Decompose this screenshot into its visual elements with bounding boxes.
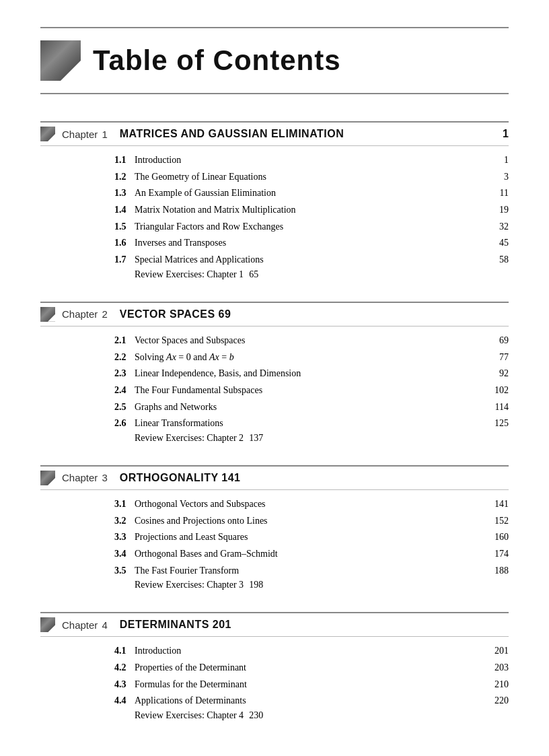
chapter-3-review-page: 198 — [249, 580, 263, 590]
chapter-1-number: 1 — [102, 129, 107, 140]
chapter-4-icon — [40, 617, 55, 632]
section-page-4-2: 203 — [495, 660, 509, 675]
section-title-1-4: Matrix Notation and Matrix Multiplicatio… — [135, 203, 494, 217]
section-row-1-5: 1.5Triangular Factors and Row Exchanges3… — [114, 219, 509, 234]
section-row-1-3: 1.3An Example of Gaussian Elimination11 — [114, 186, 509, 201]
section-num-1-5: 1.5 — [114, 219, 135, 234]
section-row-4-4: 4.4Applications of Determinants220 — [114, 693, 509, 708]
section-page-4-4: 220 — [495, 693, 509, 708]
section-title-2-2: Solving Ax = 0 and Ax = b — [135, 350, 494, 365]
section-row-2-3: 2.3Linear Independence, Basis, and Dimen… — [114, 366, 509, 381]
chapter-1-review-title: Review Exercises: Chapter 1 — [135, 269, 244, 280]
section-num-4-3: 4.3 — [114, 677, 135, 692]
section-page-1-1: 1 — [504, 153, 509, 168]
page-title: Table of Contents — [93, 44, 341, 77]
chapter-2-review-title: Review Exercises: Chapter 2 — [135, 433, 244, 444]
chapter-4-review-title: Review Exercises: Chapter 4 — [135, 710, 244, 721]
chapter-3-review-title: Review Exercises: Chapter 3 — [135, 580, 244, 590]
section-row-1-4: 1.4Matrix Notation and Matrix Multiplica… — [114, 203, 509, 217]
chapter-2-header: Chapter2VECTOR SPACES 69 — [40, 302, 509, 327]
chapter-4-review: Review Exercises: Chapter 4230 — [114, 710, 509, 721]
section-row-2-2: 2.2Solving Ax = 0 and Ax = b77 — [114, 350, 509, 365]
section-row-1-2: 1.2The Geometry of Linear Equations3 — [114, 170, 509, 184]
section-title-2-5: Graphs and Networks — [135, 400, 490, 415]
chapter-2-label: Chapter — [62, 308, 98, 320]
chapter-2-sections: 2.1Vector Spaces and Subspaces692.2Solvi… — [40, 333, 509, 444]
section-title-1-6: Inverses and Transposes — [135, 236, 494, 250]
section-num-3-1: 3.1 — [114, 497, 135, 512]
section-title-2-4: The Four Fundamental Subspaces — [135, 383, 489, 398]
section-row-1-6: 1.6Inverses and Transposes45 — [114, 236, 509, 250]
chapter-2-block: Chapter2VECTOR SPACES 692.1Vector Spaces… — [40, 302, 509, 444]
section-title-1-7: Special Matrices and Applications — [135, 252, 494, 267]
section-page-2-2: 77 — [499, 350, 509, 365]
section-page-3-2: 152 — [495, 514, 509, 528]
section-num-2-3: 2.3 — [114, 366, 135, 381]
section-title-4-1: Introduction — [135, 644, 489, 658]
header-icon — [40, 40, 81, 81]
chapter-3-review: Review Exercises: Chapter 3198 — [114, 580, 509, 590]
chapter-4-number: 4 — [102, 619, 107, 631]
chapter-3-number: 3 — [102, 472, 107, 483]
chapter-1-review: Review Exercises: Chapter 165 — [114, 269, 509, 280]
section-page-3-3: 160 — [495, 530, 509, 545]
section-title-3-4: Orthogonal Bases and Gram–Schmidt — [135, 547, 489, 561]
section-page-3-5: 188 — [495, 563, 509, 578]
section-row-2-1: 2.1Vector Spaces and Subspaces69 — [114, 333, 509, 348]
chapter-3-icon — [40, 471, 55, 485]
chapter-1-title: MATRICES AND GAUSSIAN ELIMINATION — [120, 128, 344, 140]
section-page-3-1: 141 — [495, 497, 509, 512]
chapter-3-block: Chapter3ORTHOGONALITY 1413.1Orthogonal V… — [40, 465, 509, 590]
chapter-4-sections: 4.1Introduction2014.2Properties of the D… — [40, 644, 509, 721]
section-num-3-3: 3.3 — [114, 530, 135, 545]
section-num-3-2: 3.2 — [114, 514, 135, 528]
chapter-4-header: Chapter4DETERMINANTS 201 — [40, 612, 509, 637]
section-num-3-4: 3.4 — [114, 547, 135, 561]
section-title-3-2: Cosines and Projections onto Lines — [135, 514, 489, 528]
section-num-2-2: 2.2 — [114, 350, 135, 365]
section-row-4-2: 4.2Properties of the Determinant203 — [114, 660, 509, 675]
section-row-3-3: 3.3Projections and Least Squares160 — [114, 530, 509, 545]
chapter-3-sections: 3.1Orthogonal Vectors and Subspaces1413.… — [40, 497, 509, 590]
section-title-3-3: Projections and Least Squares — [135, 530, 489, 545]
chapter-4-label: Chapter — [62, 619, 98, 631]
chapter-2-title: VECTOR SPACES 69 — [120, 308, 231, 320]
section-title-1-5: Triangular Factors and Row Exchanges — [135, 219, 494, 234]
section-row-2-5: 2.5Graphs and Networks114 — [114, 400, 509, 415]
section-row-3-1: 3.1Orthogonal Vectors and Subspaces141 — [114, 497, 509, 512]
section-row-3-4: 3.4Orthogonal Bases and Gram–Schmidt174 — [114, 547, 509, 561]
section-title-1-2: The Geometry of Linear Equations — [135, 170, 499, 184]
chapter-2-icon — [40, 307, 55, 322]
section-num-2-6: 2.6 — [114, 416, 135, 431]
chapter-1-block: Chapter1MATRICES AND GAUSSIAN ELIMINATIO… — [40, 121, 509, 280]
chapter-1-review-page: 65 — [249, 269, 258, 280]
section-title-2-3: Linear Independence, Basis, and Dimensio… — [135, 366, 494, 381]
section-page-1-2: 3 — [504, 170, 509, 184]
section-page-1-5: 32 — [499, 219, 509, 234]
section-num-4-1: 4.1 — [114, 644, 135, 658]
chapter-4-block: Chapter4DETERMINANTS 2014.1Introduction2… — [40, 612, 509, 721]
section-page-3-4: 174 — [495, 547, 509, 561]
section-num-3-5: 3.5 — [114, 563, 135, 578]
section-title-1-1: Introduction — [135, 153, 499, 168]
section-num-2-5: 2.5 — [114, 400, 135, 415]
page: Table of Contents Chapter1MATRICES AND G… — [0, 0, 549, 756]
section-num-1-4: 1.4 — [114, 203, 135, 217]
section-title-3-5: The Fast Fourier Transform — [135, 563, 489, 578]
section-title-2-6: Linear Transformations — [135, 416, 489, 431]
section-page-1-3: 11 — [500, 186, 509, 201]
chapter-2-number: 2 — [102, 308, 107, 320]
section-page-2-6: 125 — [495, 416, 509, 431]
chapter-3-label: Chapter — [62, 472, 98, 483]
section-page-4-3: 210 — [495, 677, 509, 692]
section-row-4-1: 4.1Introduction201 — [114, 644, 509, 658]
section-page-2-1: 69 — [499, 333, 509, 348]
section-page-1-7: 58 — [499, 252, 509, 267]
section-row-3-5: 3.5The Fast Fourier Transform188 — [114, 563, 509, 578]
section-row-4-3: 4.3Formulas for the Determinant210 — [114, 677, 509, 692]
section-num-1-1: 1.1 — [114, 153, 135, 168]
section-page-2-5: 114 — [495, 400, 509, 415]
chapter-1-icon — [40, 127, 55, 141]
section-num-4-2: 4.2 — [114, 660, 135, 675]
section-num-1-2: 1.2 — [114, 170, 135, 184]
